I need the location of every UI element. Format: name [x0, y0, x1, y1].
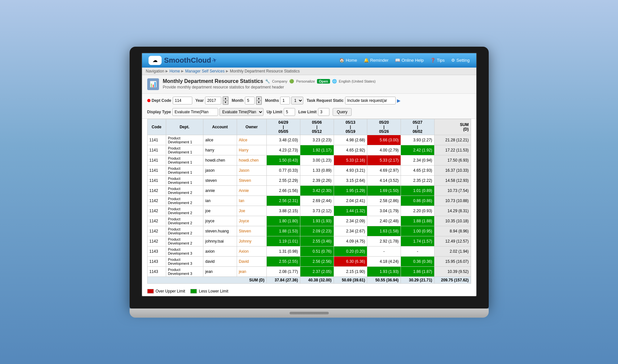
cell-date-2: 3.42 (2.30): [300, 185, 334, 196]
cell-date-1: 4.23 (2.73): [266, 145, 300, 155]
cell-date-5: 1.00 (0.95): [401, 226, 435, 236]
months-input[interactable]: [280, 97, 290, 104]
table-row: 1143Product Development 3axionAxion1.31 …: [147, 246, 471, 256]
cell-date-1: 3.88 (2.15): [266, 206, 300, 216]
breadcrumb-home[interactable]: Home: [169, 69, 180, 73]
cell-dept: Product Development 2: [166, 216, 203, 226]
open-badge[interactable]: Open: [317, 79, 330, 84]
cell-owner[interactable]: Jason: [237, 165, 266, 175]
cell-date-3: 1.44 (1.32): [334, 206, 367, 216]
legend-less-lower-label: Less Lower Limit: [199, 289, 228, 293]
company-label: Company: [272, 79, 287, 83]
cell-sum: 10.73 (10.88): [434, 196, 471, 206]
months-select[interactable]: 123: [291, 97, 303, 104]
page-title-area: Monthly Department Resource Statistics 🔧…: [163, 78, 376, 89]
breadcrumb-navigation[interactable]: Navigation: [146, 69, 165, 73]
cell-date-2: 1.33 (0.89): [300, 165, 334, 175]
page-title: Monthly Department Resource Statistics 🔧…: [163, 78, 376, 84]
cell-dept: Product Development 3: [166, 266, 203, 277]
cell-sum: 10.39 (9.52): [434, 266, 471, 277]
task-request-icon[interactable]: ▶: [397, 98, 401, 103]
cell-owner[interactable]: Harry: [237, 145, 266, 155]
cell-owner[interactable]: Steven: [237, 226, 266, 236]
cell-account: axion: [203, 246, 237, 256]
cell-sum: 16.37 (10.33): [434, 165, 471, 175]
query-button[interactable]: Query: [333, 108, 352, 116]
cell-date-3: 0.20 (0.20): [334, 246, 367, 256]
nav-setting[interactable]: ⚙ Setting: [451, 58, 469, 63]
nav-online-help[interactable]: 📖 Online Help: [395, 58, 424, 63]
company-icon: 🔧: [265, 79, 270, 84]
lang-icon: 🌐: [332, 79, 337, 84]
filter-bar: Dept Code Year ▲ ▼ Month ▲ ▼: [142, 94, 476, 119]
cell-date-5: 2.42 (1.92): [401, 145, 435, 155]
cell-owner[interactable]: jean: [237, 266, 266, 277]
low-limit-input[interactable]: [318, 108, 329, 116]
cell-date-3: 6.30 (6.36): [334, 256, 367, 266]
cell-owner[interactable]: Ian: [237, 196, 266, 206]
sum-col-2: 40.38 (32.00): [300, 277, 334, 283]
task-request-input[interactable]: [345, 97, 396, 104]
cell-owner[interactable]: Axion: [237, 246, 266, 256]
up-limit-input[interactable]: [284, 108, 295, 116]
cell-dept: Product Development 2: [166, 236, 203, 246]
cell-date-2: 3.23 (2.23): [300, 135, 334, 145]
year-down-btn[interactable]: ▼: [223, 101, 228, 104]
cell-date-3: 2.34 (2.67): [334, 226, 367, 236]
cell-date-4: 5.66 (3.00): [367, 135, 401, 145]
display-type-input[interactable]: [172, 108, 218, 116]
month-down-btn[interactable]: ▼: [256, 101, 261, 104]
cell-date-5: 2.20 (0.93): [401, 206, 435, 216]
cell-date-1: 1.31 (0.98): [266, 246, 300, 256]
nav-tips[interactable]: ❓ Tips: [430, 58, 445, 63]
cell-account: steven.huang: [203, 226, 237, 236]
cell-date-1: 1.50 (0.43): [266, 155, 300, 165]
th-owner: Owner: [237, 119, 266, 135]
table-header-row: Code Dept. Account Owner 04/29|05/05 05/…: [147, 119, 471, 135]
month-input[interactable]: [245, 97, 255, 104]
legend-less-lower: Less Lower Limit: [190, 289, 228, 293]
cell-date-4: 1.69 (1.50): [367, 185, 401, 196]
filter-month: Month ▲ ▼: [232, 96, 262, 105]
month-up-btn[interactable]: ▲: [256, 97, 261, 101]
table-row: 1143Product Development 3davidDavid2.55 …: [147, 256, 471, 266]
cell-owner[interactable]: Joe: [237, 206, 266, 216]
legend-over-upper-label: Over Upper Limit: [156, 289, 185, 293]
cell-sum: 17.50 (6.93): [434, 155, 471, 165]
cell-dept: Product Development 3: [166, 256, 203, 266]
cell-owner[interactable]: Joyce: [237, 216, 266, 226]
year-input[interactable]: [205, 97, 221, 104]
cell-owner[interactable]: Annie: [237, 185, 266, 196]
cell-date-4: 3.04 (1.79): [367, 206, 401, 216]
cell-date-3: 3.15 (2.64): [334, 175, 367, 185]
nav-menu: 🏠 Home 🔔 Reminder 📖 Online Help ❓ Tips ⚙…: [339, 58, 470, 63]
cell-owner[interactable]: Johnny: [237, 236, 266, 246]
cell-owner[interactable]: David: [237, 256, 266, 266]
personalize-icon: 🟢: [289, 79, 294, 84]
cell-sum: 15.95 (16.07): [434, 256, 471, 266]
breadcrumb-manager[interactable]: Manager Self Services: [185, 69, 225, 73]
year-up-btn[interactable]: ▲: [223, 97, 228, 101]
cell-date-3: 1.95 (1.29): [334, 185, 367, 196]
month-label: Month: [232, 98, 244, 103]
cell-code: 1142: [147, 196, 166, 206]
nav-reminder[interactable]: 🔔 Reminder: [364, 58, 388, 63]
filter-display-type: Display Type Evaluate Time(Plan: [147, 108, 263, 116]
cell-date-5: 0.36 (0.36): [401, 256, 435, 266]
bc-sep-2: ▶: [181, 69, 184, 73]
cell-date-3: 4.98 (2.68): [334, 135, 367, 145]
lang-label: English (United States): [339, 79, 376, 83]
cell-owner[interactable]: Alice: [237, 135, 266, 145]
cell-owner[interactable]: Steven: [237, 175, 266, 185]
cell-date-2: 1.92 (1.17): [300, 145, 334, 155]
cell-account: harry: [203, 145, 237, 155]
nav-home[interactable]: 🏠 Home: [339, 58, 357, 63]
th-date-5: 05/27|06/02: [401, 119, 435, 135]
dept-code-input[interactable]: [173, 97, 192, 104]
display-type-select[interactable]: Evaluate Time(Plan: [219, 108, 263, 116]
app-header: ☁ SmoothCloud ✈ 🏠 Home 🔔 Reminder 📖 Onli…: [142, 53, 476, 68]
th-account: Account: [203, 119, 237, 135]
table-row: 1142Product Development 2joeJoe3.88 (2.1…: [147, 206, 471, 216]
required-indicator: [147, 99, 151, 102]
cell-owner[interactable]: howdi.chen: [237, 155, 266, 165]
